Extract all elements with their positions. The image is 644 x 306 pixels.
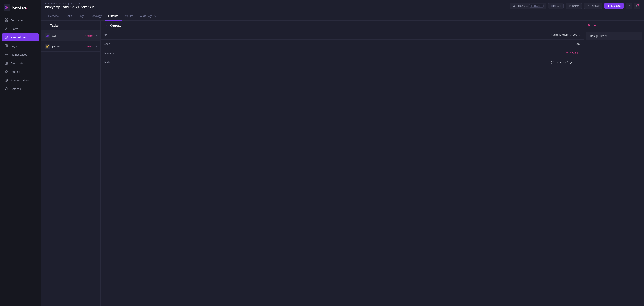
svg-rect-20: [7, 54, 8, 55]
lock-icon: [154, 15, 156, 17]
outputs-panel-header: Outputs: [100, 21, 584, 30]
task-api-chevron-icon: ›: [96, 34, 97, 37]
svg-rect-1: [5, 19, 6, 20]
svg-point-28: [6, 80, 7, 81]
execute-button[interactable]: Execute: [604, 3, 624, 9]
content-area: Tasks api 4 items ›: [41, 21, 644, 306]
kestra-logo-icon: [4, 4, 10, 11]
svg-rect-19: [6, 55, 7, 56]
svg-rect-33: [154, 16, 156, 17]
tab-metrics[interactable]: Metrics: [122, 12, 137, 21]
task-api-name: api: [52, 34, 82, 37]
trash-icon: [568, 5, 571, 7]
svg-line-31: [515, 6, 516, 7]
output-list: uri https://dummyjso... code 200 headers…: [100, 30, 584, 306]
tasks-panel-header: Tasks: [41, 21, 100, 30]
main-content: Flows / company.team.getting_started_c 2…: [41, 0, 644, 306]
execution-id: 2CkyjMp8mNY5klgundtr2P: [45, 5, 94, 10]
sidebar-item-label-settings: Settings: [11, 87, 21, 90]
sidebar: kestra. Dashboard: [0, 0, 41, 306]
outputs-panel: Outputs uri https://dummyjso... code 200…: [100, 21, 584, 306]
output-row-body[interactable]: body {"products":[{"i...: [100, 58, 584, 67]
logo: kestra.: [0, 0, 41, 16]
sidebar-item-dashboard[interactable]: Dashboard: [2, 16, 39, 24]
task-python-chevron-icon: ›: [96, 45, 97, 48]
sidebar-item-label-namespaces: Namespaces: [11, 53, 27, 56]
executions-icon: [4, 36, 8, 39]
output-key-code: code: [104, 43, 123, 46]
tab-overview[interactable]: Overview: [45, 12, 62, 21]
api-button[interactable]: RPI API: [548, 3, 564, 9]
api-badge: RPI: [551, 5, 556, 7]
svg-point-42: [48, 47, 48, 47]
sidebar-item-flows[interactable]: Flows: [2, 25, 39, 33]
svg-point-27: [5, 79, 8, 82]
help-icon: ?: [628, 4, 630, 8]
edit-icon: [586, 5, 589, 7]
sidebar-item-namespaces[interactable]: Namespaces: [2, 50, 39, 59]
dashboard-icon: [4, 18, 8, 22]
debug-outputs-item[interactable]: Debug Outputs ›: [586, 32, 642, 40]
output-row-code[interactable]: code 200: [100, 40, 584, 49]
task-python-name: python: [52, 45, 82, 48]
edit-flow-button[interactable]: Edit flow: [584, 3, 602, 9]
settings-icon: [4, 87, 8, 91]
value-panel: Value Debug Outputs ›: [584, 21, 644, 306]
task-api-count: 4 items: [85, 34, 92, 37]
headers-chevron-icon: ›: [579, 52, 580, 55]
output-value-headers: 21 items ›: [125, 52, 580, 55]
sidebar-item-label-executions: Executions: [11, 36, 26, 39]
sidebar-item-label-dashboard: Dashboard: [11, 19, 24, 22]
tasks-header-icon: [45, 24, 48, 28]
sidebar-item-plugins[interactable]: Plugins: [2, 68, 39, 76]
sidebar-item-blueprints[interactable]: Blueprints: [2, 59, 39, 67]
logo-text: kestra.: [12, 5, 27, 11]
task-item-api[interactable]: api 4 items ›: [41, 30, 100, 41]
svg-point-26: [6, 71, 7, 72]
delete-button[interactable]: Delete: [566, 3, 582, 9]
sidebar-item-settings[interactable]: Settings: [2, 85, 39, 93]
task-list: api 4 items › python 3 i: [41, 30, 100, 306]
debug-outputs-label: Debug Outputs: [590, 35, 608, 38]
tab-gantt[interactable]: Gantt: [62, 12, 75, 21]
task-item-python[interactable]: python 3 items ›: [41, 41, 100, 52]
breadcrumb: Flows / company.team.getting_started_c: [45, 2, 94, 5]
svg-rect-5: [5, 27, 6, 28]
notifications-button[interactable]: [634, 3, 640, 9]
task-python-count: 3 items: [85, 45, 92, 48]
logs-icon: [4, 44, 8, 48]
api-label: API: [557, 5, 561, 7]
sidebar-item-label-administration: Administration: [11, 79, 28, 82]
tab-logs[interactable]: Logs: [76, 12, 88, 21]
jump-to-button[interactable]: Jump to... Ctrl/Cmd + K: [510, 3, 546, 9]
flows-icon: [4, 27, 8, 31]
svg-rect-6: [5, 29, 6, 30]
svg-line-32: [588, 6, 588, 6]
svg-point-29: [6, 88, 7, 89]
svg-point-12: [5, 36, 8, 39]
tab-outputs[interactable]: Outputs: [105, 12, 122, 21]
tab-topology[interactable]: Topology: [88, 12, 105, 21]
python-task-icon: [45, 44, 50, 49]
blueprints-icon: [4, 61, 8, 65]
svg-rect-3: [5, 20, 6, 22]
topbar: Flows / company.team.getting_started_c 2…: [41, 0, 644, 12]
output-row-headers[interactable]: headers 21 items ›: [100, 49, 584, 58]
execute-icon: [608, 5, 610, 7]
svg-rect-18: [6, 53, 7, 54]
output-row-uri[interactable]: uri https://dummyjso...: [100, 30, 584, 40]
sidebar-item-logs[interactable]: Logs: [2, 42, 39, 50]
sidebar-item-label-plugins: Plugins: [11, 70, 20, 73]
sidebar-item-label-logs: Logs: [11, 44, 17, 48]
sidebar-item-label-flows: Flows: [11, 27, 18, 30]
sidebar-item-executions[interactable]: Executions: [2, 33, 39, 41]
tasks-panel-title: Tasks: [50, 24, 58, 28]
sidebar-nav: Dashboard Flows: [0, 16, 41, 306]
namespaces-icon: [4, 53, 8, 56]
debug-outputs-chevron-icon: ›: [638, 35, 638, 38]
api-task-icon: [45, 33, 50, 38]
tab-audit-logs[interactable]: Audit Logs: [137, 12, 159, 21]
help-button[interactable]: ?: [626, 3, 632, 9]
sidebar-item-administration[interactable]: Administration ›: [2, 76, 39, 84]
output-value-code: 200: [125, 43, 580, 46]
